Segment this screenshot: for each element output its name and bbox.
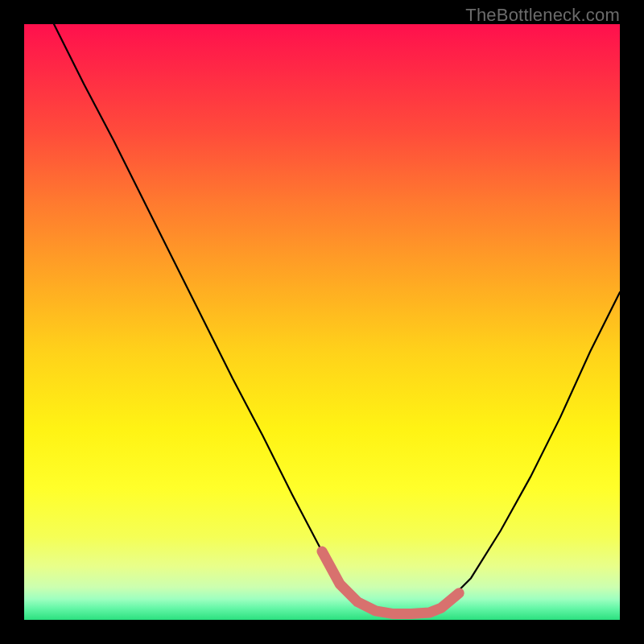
bottleneck-curve: [24, 24, 620, 620]
watermark-text: TheBottleneck.com: [465, 5, 620, 26]
plot-area: [24, 24, 620, 620]
chart-frame: TheBottleneck.com: [0, 0, 644, 644]
emphasis-segment: [322, 551, 459, 614]
curve-path: [54, 24, 620, 614]
